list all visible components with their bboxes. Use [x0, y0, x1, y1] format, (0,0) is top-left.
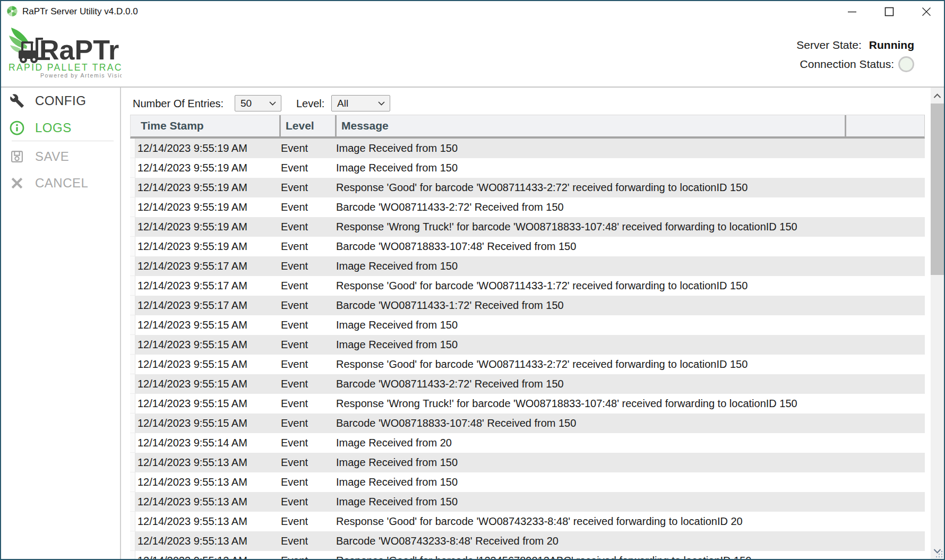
- cell-message: Image Received from 20: [334, 433, 925, 453]
- cell-message: Image Received from 150: [334, 158, 925, 178]
- cell-level: Event: [279, 315, 334, 335]
- cell-timestamp: 12/14/2023 9:55:13 AM: [135, 453, 279, 472]
- sidebar-item-cancel[interactable]: CANCEL: [8, 171, 115, 195]
- entries-label: Number Of Entries:: [133, 96, 224, 112]
- wrench-icon: [8, 92, 25, 109]
- table-header-row: Time Stamp Level Message: [130, 115, 925, 139]
- column-header-level[interactable]: Level: [279, 115, 335, 136]
- cell-timestamp: 12/14/2023 9:55:13 AM: [135, 551, 279, 560]
- cell-level: Event: [279, 217, 334, 237]
- table-row[interactable]: 12/14/2023 9:55:15 AM Event Barcode 'WO0…: [130, 374, 925, 394]
- cell-message: Image Received from 150: [334, 139, 925, 158]
- header-gutter: [131, 115, 136, 136]
- table-row[interactable]: 12/14/2023 9:55:19 AM Event Response 'Wr…: [130, 217, 925, 237]
- resize-grip-icon[interactable]: [935, 550, 943, 558]
- entries-dropdown[interactable]: 50: [235, 95, 281, 111]
- row-gutter: [130, 531, 135, 551]
- table-row[interactable]: 12/14/2023 9:55:15 AM Event Response 'Wr…: [130, 394, 925, 413]
- sidebar-item-logs[interactable]: LOGS: [8, 116, 115, 140]
- cell-level: Event: [279, 296, 334, 315]
- cell-level: Event: [279, 139, 334, 158]
- sidebar-item-save[interactable]: SAVE: [8, 144, 115, 169]
- table-row[interactable]: 12/14/2023 9:55:19 AM Event Image Receiv…: [130, 139, 925, 158]
- cell-message: Image Received from 150: [334, 453, 925, 472]
- window-title: RaPTr Server Utility v4.D.0.0: [22, 1, 138, 22]
- close-button[interactable]: [914, 1, 939, 22]
- vertical-scrollbar[interactable]: [931, 88, 944, 559]
- row-gutter: [130, 413, 135, 433]
- row-gutter: [130, 394, 135, 413]
- cell-level: Event: [279, 237, 334, 256]
- cell-level: Event: [279, 394, 334, 413]
- table-row[interactable]: 12/14/2023 9:55:13 AM Event Response 'Go…: [130, 551, 925, 560]
- logo-tagline: RAPID PALLET TRACKER: [8, 62, 122, 73]
- minimize-button[interactable]: [840, 1, 864, 22]
- table-row[interactable]: 12/14/2023 9:55:19 AM Event Barcode 'WO0…: [130, 197, 925, 217]
- table-row[interactable]: 12/14/2023 9:55:14 AM Event Image Receiv…: [130, 433, 925, 453]
- maximize-button[interactable]: [877, 1, 901, 22]
- log-rows: 12/14/2023 9:55:19 AM Event Image Receiv…: [130, 139, 925, 560]
- chevron-up-icon: [933, 91, 941, 100]
- table-row[interactable]: 12/14/2023 9:55:13 AM Event Image Receiv…: [130, 492, 925, 512]
- cell-level: Event: [279, 433, 334, 453]
- cell-timestamp: 12/14/2023 9:55:15 AM: [135, 413, 279, 433]
- connection-status-label: Connection Status:: [800, 55, 894, 73]
- column-header-message[interactable]: Message: [335, 115, 845, 136]
- sidebar-item-config[interactable]: CONFIG: [8, 89, 115, 113]
- chevron-down-icon: [269, 101, 276, 106]
- cell-level: Event: [279, 178, 334, 197]
- table-row[interactable]: 12/14/2023 9:55:19 AM Event Response 'Go…: [130, 178, 925, 197]
- table-row[interactable]: 12/14/2023 9:55:15 AM Event Barcode 'WO0…: [130, 413, 925, 433]
- titlebar[interactable]: RaPTr Server Utility v4.D.0.0: [1, 1, 944, 22]
- scroll-up-button[interactable]: [931, 88, 944, 104]
- cell-level: Event: [279, 197, 334, 217]
- level-dropdown[interactable]: All: [331, 95, 390, 111]
- app-icon: [6, 5, 18, 17]
- cell-level: Event: [279, 551, 334, 560]
- entries-dropdown-value: 50: [235, 98, 269, 109]
- cell-level: Event: [279, 256, 334, 276]
- cell-message: Barcode 'WO08711433-2:72' Received from …: [334, 197, 925, 217]
- cell-message: Barcode 'WO08718833-107:48' Received fro…: [334, 413, 925, 433]
- table-row[interactable]: 12/14/2023 9:55:15 AM Event Image Receiv…: [130, 315, 925, 335]
- table-row[interactable]: 12/14/2023 9:55:17 AM Event Image Receiv…: [130, 256, 925, 276]
- connection-status-indicator: [898, 56, 914, 72]
- table-row[interactable]: 12/14/2023 9:55:13 AM Event Response 'Go…: [130, 512, 925, 531]
- table-row[interactable]: 12/14/2023 9:55:19 AM Event Image Receiv…: [130, 158, 925, 178]
- row-gutter: [130, 197, 135, 217]
- table-row[interactable]: 12/14/2023 9:55:17 AM Event Barcode 'WO0…: [130, 296, 925, 315]
- cell-timestamp: 12/14/2023 9:55:14 AM: [135, 433, 279, 453]
- cell-message: Response 'Wrong Truck!' for barcode 'WO0…: [334, 394, 925, 413]
- row-gutter: [130, 453, 135, 472]
- table-row[interactable]: 12/14/2023 9:55:13 AM Event Image Receiv…: [130, 472, 925, 492]
- cell-timestamp: 12/14/2023 9:55:15 AM: [135, 335, 279, 355]
- row-gutter: [130, 472, 135, 492]
- cell-timestamp: 12/14/2023 9:55:13 AM: [135, 472, 279, 492]
- cell-message: Image Received from 150: [334, 256, 925, 276]
- table-row[interactable]: 12/14/2023 9:55:13 AM Event Image Receiv…: [130, 453, 925, 472]
- scrollbar-thumb[interactable]: [931, 104, 944, 275]
- table-row[interactable]: 12/14/2023 9:55:13 AM Event Barcode 'WO0…: [130, 531, 925, 551]
- table-row[interactable]: 12/14/2023 9:55:17 AM Event Response 'Go…: [130, 276, 925, 296]
- cell-message: Barcode 'WO08718833-107:48' Received fro…: [334, 237, 925, 256]
- cell-message: Response 'Good' for barcode 'WO08711433-…: [334, 355, 925, 374]
- row-gutter: [130, 178, 135, 197]
- svg-text:RaPTr: RaPTr: [39, 35, 119, 65]
- row-gutter: [130, 512, 135, 531]
- column-header-timestamp[interactable]: Time Stamp: [136, 115, 279, 136]
- cell-message: Barcode 'WO08743233-8:48' Received from …: [334, 531, 925, 551]
- column-header-empty[interactable]: [845, 115, 924, 136]
- table-row[interactable]: 12/14/2023 9:55:15 AM Event Response 'Go…: [130, 355, 925, 374]
- cell-timestamp: 12/14/2023 9:55:13 AM: [135, 531, 279, 551]
- cell-timestamp: 12/14/2023 9:55:13 AM: [135, 512, 279, 531]
- sidebar-divider-vertical: [120, 88, 121, 559]
- cell-timestamp: 12/14/2023 9:55:15 AM: [135, 374, 279, 394]
- table-row[interactable]: 12/14/2023 9:55:19 AM Event Barcode 'WO0…: [130, 237, 925, 256]
- floppy-disk-icon: [8, 148, 25, 165]
- cell-level: Event: [279, 335, 334, 355]
- table-row[interactable]: 12/14/2023 9:55:15 AM Event Image Receiv…: [130, 335, 925, 355]
- cell-message: Image Received from 150: [334, 472, 925, 492]
- cell-level: Event: [279, 512, 334, 531]
- cell-message: Barcode 'WO08711433-1:72' Received from …: [334, 296, 925, 315]
- row-gutter: [130, 374, 135, 394]
